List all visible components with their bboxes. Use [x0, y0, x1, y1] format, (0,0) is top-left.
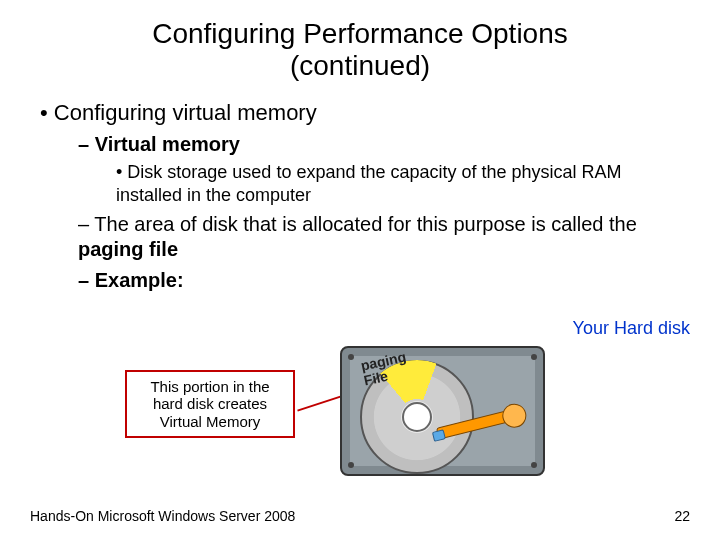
slide-body: Configuring virtual memory Virtual memor…: [0, 82, 720, 293]
bullet-lvl2-b-pre: The area of disk that is allocated for t…: [94, 213, 637, 235]
footer-page-number: 22: [674, 508, 690, 524]
bullet-lvl2-a-text: Virtual memory: [95, 133, 240, 155]
footer-left: Hands-On Microsoft Windows Server 2008: [30, 508, 295, 524]
screw-icon: [348, 462, 354, 468]
slide-title: Configuring Performance Options (continu…: [0, 0, 720, 82]
screw-icon: [348, 354, 354, 360]
callout-box: This portion in the hard disk creates Vi…: [125, 370, 295, 438]
bullet-lvl2-c: Example:: [78, 268, 690, 293]
screw-icon: [531, 354, 537, 360]
callout-line-2: hard disk creates: [153, 395, 267, 412]
bullet-lvl2-b-bold: paging file: [78, 238, 178, 260]
bullet-lvl2-b: The area of disk that is allocated for t…: [78, 212, 690, 262]
title-line-1: Configuring Performance Options: [152, 18, 568, 49]
bullet-lvl3-a-text: Disk storage used to expand the capacity…: [116, 162, 622, 205]
diagram-area: Your Hard disk This portion in the hard …: [0, 330, 720, 490]
screw-icon: [531, 462, 537, 468]
callout-line-3: Virtual Memory: [160, 413, 261, 430]
bullet-lvl1: Configuring virtual memory Virtual memor…: [40, 100, 690, 293]
bullet-lvl3-a: Disk storage used to expand the capacity…: [116, 161, 690, 206]
title-line-2: (continued): [290, 50, 430, 81]
hdd-label: Your Hard disk: [573, 318, 690, 339]
bullet-lvl2-a: Virtual memory Disk storage used to expa…: [78, 132, 690, 206]
bullet-lvl1-text: Configuring virtual memory: [54, 100, 317, 125]
callout-line-1: This portion in the: [150, 378, 269, 395]
bullet-lvl2-c-text: Example:: [95, 269, 184, 291]
